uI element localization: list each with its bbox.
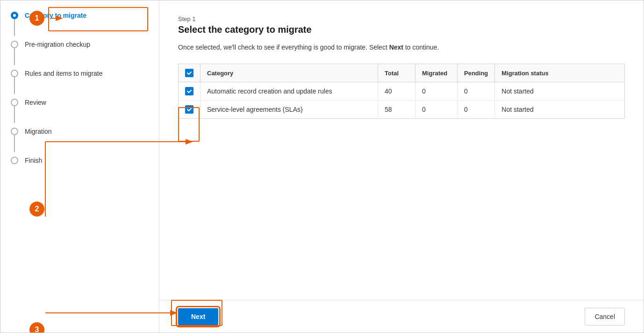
step-item-migration[interactable]: Migration <box>10 128 150 152</box>
row2-status: Not started <box>495 101 625 119</box>
step-connector-1 <box>10 12 19 36</box>
step-circle-4 <box>11 99 18 106</box>
step-line-3 <box>14 77 15 94</box>
step-label-premigration: Pre-migration checkup <box>25 41 90 48</box>
row1-total: 40 <box>378 82 415 101</box>
col-header-migrated: Migrated <box>415 64 458 82</box>
content-wrapper: 1 2 3 Category to migrate <box>0 0 644 333</box>
step-connector-6 <box>10 157 19 164</box>
row2-total: 58 <box>378 101 415 119</box>
step-line-5 <box>14 135 15 152</box>
checkmark-icon <box>186 70 192 76</box>
col-header-total: Total <box>378 64 415 82</box>
row2-category: Service-level agreements (SLAs) <box>200 101 378 119</box>
step-circle-2 <box>11 41 18 48</box>
step-circle-6 <box>11 157 18 164</box>
row2-pending: 0 <box>458 101 495 119</box>
step-connector-4 <box>10 99 19 123</box>
col-header-checkbox <box>179 64 200 82</box>
annotation-badge-2: 2 <box>29 202 44 217</box>
row1-category: Automatic record creation and update rul… <box>200 82 378 101</box>
step-item-review[interactable]: Review <box>10 99 150 123</box>
content-area: Step 1 Select the category to migrate On… <box>159 0 644 300</box>
table-row: Service-level agreements (SLAs) 58 0 0 N… <box>179 101 625 119</box>
step-circle-3 <box>11 70 18 77</box>
col-header-status: Migration status <box>495 64 625 82</box>
row1-checkmark-icon <box>186 88 192 94</box>
step-line-2 <box>14 48 15 65</box>
cancel-button[interactable]: Cancel <box>585 308 625 326</box>
step-connector-5 <box>10 128 19 152</box>
footer-right: Cancel <box>585 308 625 326</box>
col-header-pending: Pending <box>458 64 495 82</box>
step-description: Once selected, we'll check to see if eve… <box>178 43 625 52</box>
step-circle-5 <box>11 128 18 135</box>
row1-status: Not started <box>495 82 625 101</box>
step-item-finish[interactable]: Finish <box>10 157 150 164</box>
step-label-review: Review <box>25 99 46 106</box>
sidebar: 1 2 3 Category to migrate <box>0 0 159 333</box>
step-number: Step 1 <box>178 15 625 22</box>
page-title: Select the category to migrate <box>178 24 625 35</box>
annotation-badge-3: 3 <box>29 322 44 333</box>
row2-migrated: 0 <box>415 101 458 119</box>
step-line-1 <box>14 19 15 36</box>
step-line-4 <box>14 106 15 123</box>
footer-left: Next <box>178 308 218 325</box>
right-panel: Step 1 Select the category to migrate On… <box>159 0 644 333</box>
table-header-row: Category Total Migrated Pending Migratio… <box>179 64 625 82</box>
row1-pending: 0 <box>458 82 495 101</box>
footer: Next Cancel <box>159 300 644 333</box>
step-item-premigration[interactable]: Pre-migration checkup <box>10 41 150 65</box>
next-button[interactable]: Next <box>178 308 218 325</box>
step-connector-3 <box>10 70 19 94</box>
table-row: Automatic record creation and update rul… <box>179 82 625 101</box>
step-connector-2 <box>10 41 19 65</box>
step-label-migration: Migration <box>25 128 52 135</box>
row1-checkbox-cell <box>179 82 200 101</box>
step-item-rules[interactable]: Rules and items to migrate <box>10 70 150 94</box>
row2-checkbox-cell <box>179 101 200 119</box>
migration-table: Category Total Migrated Pending Migratio… <box>178 64 625 119</box>
step-label-finish: Finish <box>25 157 42 164</box>
description-text-2: to continue. <box>403 43 439 51</box>
annotation-badge-1: 1 <box>29 11 44 26</box>
col-header-category: Category <box>200 64 378 82</box>
row1-checkbox[interactable] <box>185 87 193 95</box>
row1-migrated: 0 <box>415 82 458 101</box>
description-bold: Next <box>389 43 403 51</box>
row2-checkbox[interactable] <box>185 105 193 114</box>
step-circle-1 <box>11 12 18 19</box>
select-all-checkbox[interactable] <box>185 69 193 77</box>
step-label-rules: Rules and items to migrate <box>25 70 103 77</box>
step-list: Category to migrate Pre-migration checku… <box>10 12 150 164</box>
main-window: 1 2 3 Category to migrate <box>0 0 644 333</box>
row2-checkmark-icon <box>186 107 192 112</box>
description-text-1: Once selected, we'll check to see if eve… <box>178 43 389 51</box>
